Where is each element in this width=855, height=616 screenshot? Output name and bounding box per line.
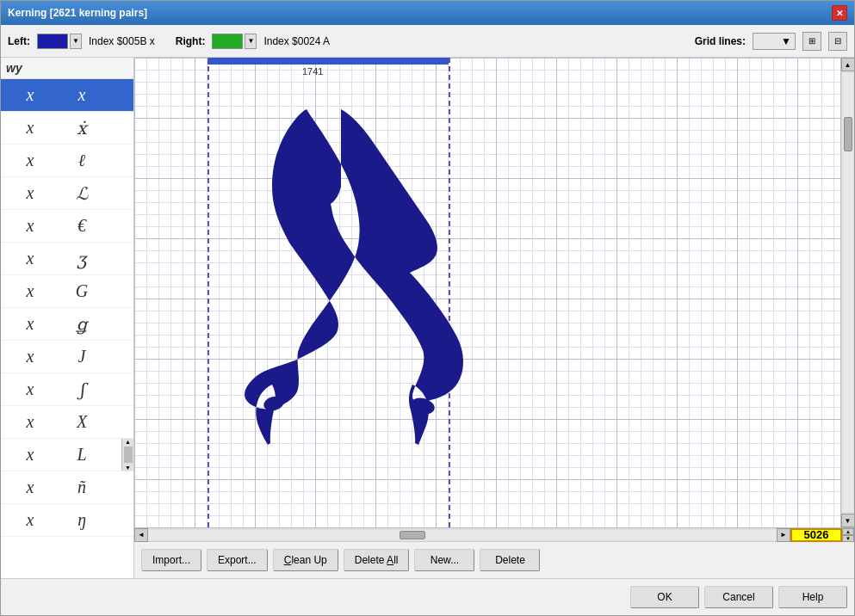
scroll-up-button[interactable]: ▲ (841, 58, 855, 71)
sidebar-left-glyph: x (4, 473, 56, 502)
sidebar-scroll-down[interactable]: ▼ (125, 465, 131, 471)
scroll-thumb[interactable] (844, 117, 852, 151)
right-dropdown-arrow[interactable]: ▼ (245, 34, 257, 49)
value-spinner-up[interactable]: ▲ (842, 528, 854, 535)
glyph-display (203, 83, 479, 488)
grid-lines-label: Grid lines: (695, 35, 746, 47)
import-button[interactable]: Import... (141, 549, 201, 571)
sidebar-scroll-up[interactable]: ▲ (125, 439, 131, 445)
list-item[interactable]: x ʃ (1, 373, 133, 406)
scroll-left-button[interactable]: ◄ (134, 528, 148, 542)
list-item[interactable]: x x (1, 79, 133, 112)
right-color-box (212, 34, 243, 49)
kerning-bar (208, 58, 449, 65)
sidebar-left-glyph: x (4, 342, 56, 372)
sidebar-right-glyph: € (56, 212, 108, 241)
right-label: Right: (176, 35, 206, 47)
window-title: Kerning [2621 kerning pairs] (8, 7, 147, 19)
sidebar-left-glyph: x (4, 408, 56, 437)
sidebar-right-glyph: ñ (56, 473, 108, 502)
list-item[interactable]: x L ▲ ▼ (1, 439, 133, 471)
sidebar-left-glyph: x (4, 244, 56, 274)
list-item[interactable]: x J (1, 341, 133, 373)
value-spinners: ▲ ▼ (842, 528, 854, 542)
help-button[interactable]: Help (778, 586, 847, 608)
delete-button[interactable]: Delete (480, 549, 540, 571)
sidebar-right-glyph: ℓ (56, 146, 108, 176)
sidebar-left-glyph: x (4, 146, 56, 176)
sidebar-right-glyph: x (56, 81, 108, 110)
sidebar-left-glyph: x (4, 277, 56, 306)
scroll-right-button[interactable]: ► (777, 528, 790, 542)
main-area: wy x x x ẋ x ℓ x ℒ x € x ʒ (1, 58, 854, 578)
scroll-down-button[interactable]: ▼ (841, 514, 855, 527)
delete-all-label: Delete All (355, 554, 399, 566)
scroll-track[interactable] (843, 73, 853, 512)
left-dropdown[interactable]: ▼ (37, 34, 82, 49)
horizontal-scrollbar: ◄ ► 5026 ▲ ▼ (134, 527, 854, 541)
sidebar-right-glyph: L (56, 440, 108, 470)
value-spinner-down[interactable]: ▼ (842, 535, 854, 542)
sidebar-left-glyph: x (4, 179, 56, 208)
right-index-label: Index $0024 A (263, 35, 330, 47)
list-item[interactable]: x ℓ (1, 145, 133, 177)
sidebar-right-glyph: ẋ (56, 114, 108, 143)
list-item[interactable]: x ẋ (1, 112, 133, 145)
bottom-buttons: Import... Export... Clean Up Delete All … (134, 541, 854, 578)
sidebar-left-glyph: x (4, 212, 56, 241)
grid-lines-dropdown[interactable]: ▼ (753, 33, 796, 50)
list-item[interactable]: x ʒ (1, 243, 133, 275)
list-item[interactable]: x ŋ (1, 504, 133, 537)
grid-view-btn1[interactable]: ⊞ (802, 32, 821, 51)
sidebar-right-glyph: X (56, 408, 108, 437)
sidebar-right-glyph: G (56, 277, 108, 306)
sidebar-right-glyph: ʃ (56, 375, 108, 404)
grid-dropdown-arrow: ▼ (781, 35, 791, 47)
right-dropdown[interactable]: ▼ (212, 34, 257, 49)
canvas-and-scrollbar: 1741 ▲ (134, 58, 854, 527)
new-button[interactable]: New... (414, 549, 474, 571)
sidebar-left-glyph: x (4, 375, 56, 404)
ok-button[interactable]: OK (630, 586, 699, 608)
delete-all-button[interactable]: Delete All (344, 549, 410, 571)
list-item[interactable]: x G (1, 275, 133, 308)
cleanup-button[interactable]: Clean Up (273, 549, 338, 571)
sidebar-right-glyph: ℒ (56, 179, 108, 208)
sidebar-left-glyph: x (4, 310, 56, 339)
left-index-label: Index $005B x (89, 35, 155, 47)
value-box-container: 5026 ▲ ▼ (790, 528, 854, 542)
kerning-value-box[interactable]: 5026 (790, 528, 842, 542)
sidebar-right-glyph: ŋ (56, 506, 108, 535)
sidebar-left-glyph: x (4, 81, 56, 110)
close-button[interactable]: ✕ (832, 5, 847, 21)
export-button[interactable]: Export... (207, 549, 268, 571)
list-item[interactable]: x ℒ (1, 177, 133, 210)
title-bar: Kerning [2621 kerning pairs] ✕ (1, 1, 854, 25)
left-dropdown-arrow[interactable]: ▼ (70, 34, 82, 49)
sidebar-right-glyph: ǥ (56, 310, 108, 339)
sidebar-right-glyph: ʒ (56, 244, 108, 274)
list-item[interactable]: x € (1, 210, 133, 243)
cancel-button[interactable]: Cancel (704, 586, 773, 608)
scroll-h-track[interactable] (148, 530, 777, 540)
main-window: Kerning [2621 kerning pairs] ✕ Left: ▼ I… (0, 0, 855, 616)
measure-label: 1741 (302, 66, 323, 77)
list-item[interactable]: x X (1, 406, 133, 439)
scroll-h-thumb[interactable] (400, 531, 425, 539)
left-label: Left: (8, 35, 30, 47)
left-color-box (37, 34, 68, 49)
list-item[interactable]: x ñ (1, 471, 133, 504)
sidebar-right-glyph: J (56, 342, 108, 372)
canvas-container[interactable]: 1741 (134, 58, 840, 527)
canvas-area: 1741 ▲ (134, 58, 854, 578)
grid-view-btn2[interactable]: ⊟ (828, 32, 847, 51)
sidebar-scroll-thumb (124, 447, 133, 463)
toolbar: Left: ▼ Index $005B x Right: ▼ Index $00… (1, 25, 854, 58)
footer-buttons: OK Cancel Help (1, 578, 854, 615)
sidebar-left-glyph: x (4, 506, 56, 535)
list-item[interactable]: x ǥ (1, 308, 133, 341)
sidebar: wy x x x ẋ x ℓ x ℒ x € x ʒ (1, 58, 134, 578)
sidebar-header: wy (1, 58, 133, 79)
vertical-scrollbar: ▲ ▼ (840, 58, 854, 527)
sidebar-left-glyph: x (4, 114, 56, 143)
